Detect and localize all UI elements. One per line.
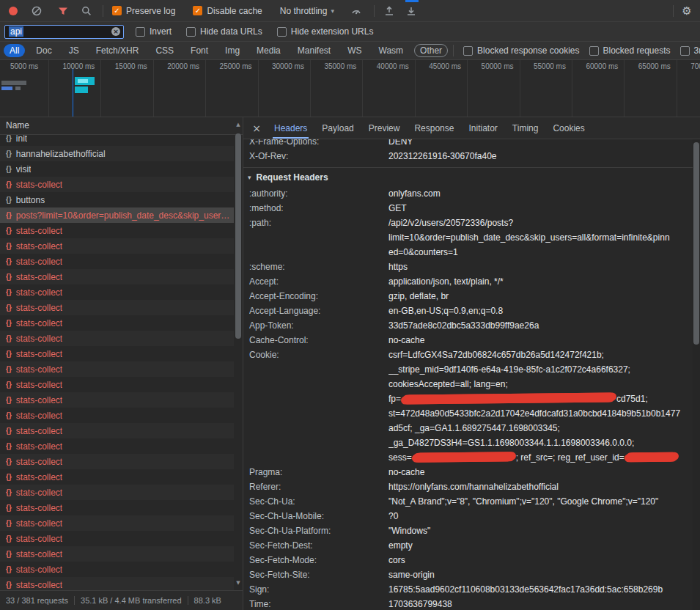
hide-extension-urls-checkbox[interactable]: Hide extension URLs (277, 26, 374, 37)
throttling-select[interactable]: No throttling ▾ (280, 6, 334, 16)
request-row[interactable]: {}stats-collect (0, 300, 234, 315)
filter-chip-doc[interactable]: Doc (30, 44, 57, 57)
request-row[interactable]: {}posts?limit=10&order=publish_date_desc… (0, 207, 234, 223)
scrollbar-thumb[interactable] (693, 142, 699, 345)
request-name: stats-collect (16, 272, 62, 282)
request-name: stats-collect (16, 318, 62, 328)
request-row[interactable]: {}stats-collect (0, 346, 234, 361)
header-name: :method: (249, 201, 388, 216)
script-icon: {} (6, 488, 12, 496)
request-row[interactable]: {}init (0, 135, 234, 146)
tab-cookies[interactable]: Cookies (545, 117, 592, 139)
filter-chip-font[interactable]: Font (185, 44, 214, 57)
timeline-gridline (520, 60, 520, 117)
detail-scrollbar[interactable] (693, 139, 700, 610)
request-row[interactable]: {}stats-collect (0, 500, 234, 515)
header-name: Sec-Ch-Ua-Platform: (249, 523, 388, 538)
request-row[interactable]: {}stats-collect (0, 515, 234, 531)
tab-payload[interactable]: Payload (314, 117, 361, 139)
filter-chip-img[interactable]: Img (219, 44, 246, 57)
request-row[interactable]: {}stats-collect (0, 361, 234, 377)
request-row[interactable]: {}stats-collect (0, 423, 234, 438)
request-headers-section-toggle[interactable]: ▾Request Headers (243, 168, 693, 186)
request-row[interactable]: {}stats-collect (0, 577, 234, 590)
request-row[interactable]: {}hannahelizabethofficial (0, 146, 234, 161)
requests-count: 33 / 381 requests (0, 596, 74, 605)
request-row[interactable]: {}stats-collect (0, 546, 234, 562)
filter-checkbox-blocked-response-cookies[interactable]: Blocked response cookies (463, 45, 579, 56)
network-conditions-button[interactable] (347, 2, 365, 20)
request-row[interactable]: {}stats-collect (0, 331, 234, 346)
request-name: stats-collect (16, 349, 62, 359)
request-row[interactable]: {}stats-collect (0, 485, 234, 500)
tab-timing[interactable]: Timing (505, 117, 546, 139)
request-row[interactable]: {}stats-collect (0, 454, 234, 469)
request-name: visit (16, 164, 32, 174)
filter-chip-fetch-xhr[interactable]: Fetch/XHR (90, 44, 145, 57)
header-value: "Not_A Brand";v="8", "Chromium";v="120",… (388, 494, 693, 509)
script-icon: {} (6, 396, 12, 404)
tab-initiator[interactable]: Initiator (461, 117, 504, 139)
filter-chip-all[interactable]: All (4, 44, 25, 57)
request-row[interactable]: {}stats-collect (0, 469, 234, 485)
request-list-scrollbar[interactable]: ▲ ▼ (234, 117, 243, 590)
request-row[interactable]: {}stats-collect (0, 238, 234, 254)
filter-chip-manifest[interactable]: Manifest (292, 44, 336, 57)
toolbar-divider (374, 5, 375, 17)
request-row[interactable]: {}stats-collect (0, 531, 234, 546)
filter-button[interactable] (54, 2, 72, 20)
record-button[interactable] (4, 2, 22, 20)
disable-cache-checkbox[interactable]: ✓ Disable cache (193, 6, 262, 16)
timeline-activity-bar (1, 87, 12, 90)
scroll-down-icon[interactable]: ▼ (234, 578, 243, 587)
name-column-header[interactable]: Name (0, 117, 243, 135)
request-row[interactable]: {}stats-collect (0, 223, 234, 238)
filter-chip-media[interactable]: Media (251, 44, 287, 57)
filter-query-text: api (9, 26, 23, 37)
header-name: Time: (249, 597, 388, 610)
request-row[interactable]: {}stats-collect (0, 438, 234, 454)
request-row[interactable]: {}buttons (0, 192, 234, 207)
import-har-button[interactable] (380, 2, 398, 20)
filter-checkbox-blocked-requests[interactable]: Blocked requests (589, 45, 671, 56)
script-icon: {} (6, 273, 12, 281)
hide-data-urls-checkbox[interactable]: Hide data URLs (186, 26, 262, 37)
script-icon: {} (6, 473, 12, 481)
filter-chip-js[interactable]: JS (63, 44, 85, 57)
clear-network-log-button[interactable] (28, 2, 45, 20)
filter-chip-ws[interactable]: WS (342, 44, 367, 57)
request-row[interactable]: {}visit (0, 161, 234, 177)
tab-response[interactable]: Response (407, 117, 461, 139)
request-row[interactable]: {}stats-collect (0, 562, 234, 577)
header-name: Sec-Fetch-Mode: (249, 553, 388, 567)
request-row[interactable]: {}stats-collect (0, 392, 234, 408)
filter-chip-css[interactable]: CSS (150, 44, 180, 57)
header-name: Sec-Ch-Ua-Mobile: (249, 509, 388, 523)
filter-chip-wasm[interactable]: Wasm (373, 44, 410, 57)
scroll-up-icon[interactable]: ▲ (234, 120, 243, 129)
request-row[interactable]: {}stats-collect (0, 315, 234, 331)
header-row: Sign:16785:5aad9602cf110608b03133de56364… (243, 582, 693, 597)
tab-preview[interactable]: Preview (361, 117, 408, 139)
filter-chip-other[interactable]: Other (414, 44, 448, 57)
preserve-log-checkbox[interactable]: ✓ Preserve log (112, 6, 175, 16)
request-row[interactable]: {}stats-collect (0, 408, 234, 423)
filter-checkbox-3rd-party-requests[interactable]: 3rd-party requests (680, 45, 700, 56)
clear-filter-icon[interactable]: × (111, 27, 120, 36)
search-button[interactable] (78, 2, 95, 20)
export-har-button[interactable] (402, 2, 420, 20)
request-row[interactable]: {}stats-collect (0, 177, 234, 192)
settings-gear-button[interactable]: ⚙ (678, 2, 696, 20)
request-row[interactable]: {}stats-collect (0, 284, 234, 300)
scrollbar-thumb[interactable] (235, 133, 241, 339)
close-icon[interactable]: × (249, 122, 264, 134)
timeline-overview[interactable]: 5000 ms10000 ms15000 ms20000 ms25000 ms3… (0, 60, 700, 117)
request-name: hannahelizabethofficial (16, 149, 106, 159)
request-row[interactable]: {}stats-collect (0, 377, 234, 392)
filter-input[interactable]: api × (4, 25, 124, 39)
request-row[interactable]: {}stats-collect (0, 269, 234, 284)
request-row[interactable]: {}stats-collect (0, 254, 234, 269)
tab-headers[interactable]: Headers (267, 117, 314, 139)
invert-checkbox[interactable]: Invert (136, 26, 172, 37)
header-row: Sec-Fetch-Site:same-origin (243, 567, 693, 582)
